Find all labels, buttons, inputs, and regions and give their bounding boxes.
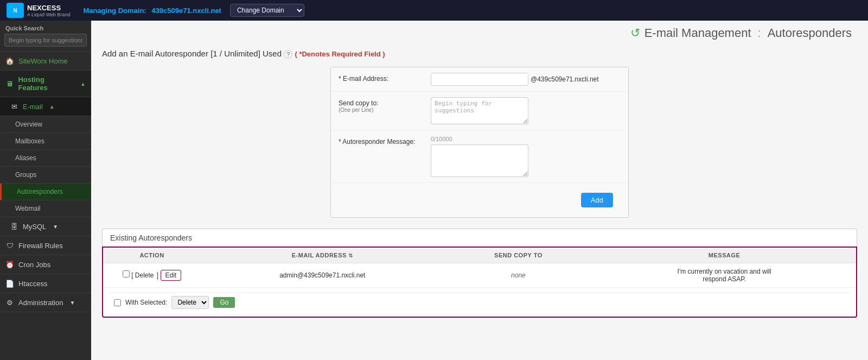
with-selected-label: With Selected: [125,299,167,306]
email-form-row: * E-mail Address: @439c509e71.nxcli.net [331,67,628,92]
chevron-up-icon-email: ▲ [49,104,55,110]
page-title-area: ↺ E-mail Management : Autoresponders [630,26,852,40]
quick-search-label: Quick Search [0,21,91,34]
email-address-input[interactable] [431,73,528,86]
chevron-down-icon-admin: ▼ [69,300,75,306]
hosting-features-label: Hosting Features [18,75,74,92]
action-col-header: ACTION [103,248,201,263]
go-button[interactable]: Go [213,297,235,308]
page-header: ↺ E-mail Management : Autoresponders [102,26,857,40]
add-button-row: Add [331,183,628,217]
message-area: 0/10000 [431,136,528,177]
cron-jobs-label: Cron Jobs [18,261,50,269]
with-selected-select[interactable]: Delete [171,296,209,309]
mysql-label: MySQL [23,223,46,231]
refresh-icon: ↺ [630,26,640,40]
email-col-header: E-MAIL ADDRESS ⇅ [201,248,444,263]
add-button[interactable]: Add [581,193,613,207]
firewall-rules-label: Firewall Rules [18,242,63,250]
mysql-icon: 🗄 [10,222,18,231]
breadcrumb-separator: : [758,26,761,40]
existing-header: Existing Autoresponders [102,229,857,247]
sidebar-item-siteworx-home[interactable]: 🏠 SiteWorx Home [0,52,91,71]
sidebar-item-aliases[interactable]: Aliases [0,150,91,167]
message-field-label: * Autoresponder Message: [339,136,425,146]
sidebar-item-mysql[interactable]: 🗄 MySQL ▼ [0,217,91,236]
cron-icon: ⏰ [5,260,14,269]
existing-table-wrapper: ACTION E-MAIL ADDRESS ⇅ SEND COPY TO MES… [102,247,857,318]
email-cell: admin@439c509e71.nxcli.net [201,263,444,288]
help-link[interactable]: ? [284,50,292,59]
administration-label: Administration [18,299,63,307]
copy-cell: none [444,263,593,288]
required-note: ( *Denotes Required Field ) [295,50,385,58]
logo-text: NEXCESS [27,4,70,12]
sidebar-item-autoresponders[interactable]: Autoresponders [0,184,91,200]
copy-sub-label: (One per Line) [339,107,425,113]
sort-icon[interactable]: ⇅ [348,252,353,258]
sidebar-item-hosting-features[interactable]: 🖥 Hosting Features ▲ [0,71,91,97]
table-header-row: ACTION E-MAIL ADDRESS ⇅ SEND COPY TO MES… [103,248,856,263]
email-icon: ✉ [10,102,18,111]
quick-search-section: Quick Search [0,21,91,52]
copy-col-header: SEND COPY TO [444,248,593,263]
sidebar-item-mailboxes[interactable]: Mailboxes [0,133,91,150]
table-row: [ Delete ] Edit admin@439c509e71.nxcli.n… [103,263,856,288]
domain-name: 439c509e71.nxcli.net [151,7,221,15]
main-layout: Quick Search 🏠 SiteWorx Home 🖥 Hosting F… [0,21,868,360]
delete-button[interactable]: Delete [135,271,154,279]
main-content: ↺ E-mail Management : Autoresponders Add… [91,21,868,360]
add-autoresponder-section: Add an E-mail Autoresponder [1 / Unlimit… [102,49,857,218]
firewall-icon: 🛡 [5,241,14,250]
form-heading: Add an E-mail Autoresponder [1 / Unlimit… [102,49,857,58]
sidebar-item-firewall-rules[interactable]: 🛡 Firewall Rules [0,236,91,255]
logo-area: N NEXCESS A Liquid Web Brand [7,3,70,18]
top-bar: N NEXCESS A Liquid Web Brand Managing Do… [0,0,868,21]
sidebar-item-administration[interactable]: ⚙ Administration ▼ [0,293,91,312]
sidebar-item-groups[interactable]: Groups [0,167,91,184]
htaccess-label: Htaccess [18,280,47,288]
message-col-header: MESSAGE [592,248,856,263]
char-count: 0/10000 [431,136,528,142]
email-input-group: @439c509e71.nxcli.net [431,73,599,86]
row-checkbox[interactable] [123,270,130,277]
copy-textarea[interactable] [431,97,528,124]
copy-form-row: Send copy to: (One per Line) [331,92,628,130]
sidebar-item-overview[interactable]: Overview [0,116,91,133]
managing-domain-label: Managing Domain: 439c509e71.nxcli.net [83,7,221,15]
with-selected-cell: With Selected: Delete Go [103,288,856,317]
email-domain: @439c509e71.nxcli.net [531,75,599,83]
message-cell: I'm currently on vacation and willrespon… [592,263,856,288]
with-selected-row: With Selected: Delete Go [103,288,856,317]
email-field-label: * E-mail Address: [339,73,425,83]
select-all-checkbox[interactable] [114,299,121,306]
page-title: E-mail Management [644,26,751,40]
sidebar-item-webmail[interactable]: Webmail [0,200,91,217]
logo-sub: A Liquid Web Brand [27,12,70,17]
message-textarea[interactable] [431,144,528,177]
htaccess-icon: 📄 [5,279,14,288]
bracket-open: [ [131,271,135,279]
chevron-down-icon-mysql: ▼ [53,224,58,230]
email-label: E-mail [23,103,43,111]
sidebar-item-htaccess[interactable]: 📄 Htaccess [0,274,91,293]
sidebar-item-email[interactable]: ✉ E-mail ▲ [0,97,91,116]
with-selected-controls: With Selected: Delete Go [108,292,851,312]
sidebar-search-input[interactable] [4,34,87,47]
action-cell: [ Delete ] Edit [103,263,201,288]
message-form-row: * Autoresponder Message: 0/10000 [331,130,628,183]
change-domain-select[interactable]: Change Domain [230,4,304,17]
home-icon: 🏠 [5,56,14,65]
existing-autoresponders-section: Existing Autoresponders ACTION E-MAIL AD… [102,229,857,318]
copy-field-label: Send copy to: (One per Line) [339,97,425,113]
page-subtitle: Autoresponders [768,26,852,40]
existing-autoresponders-table: ACTION E-MAIL ADDRESS ⇅ SEND COPY TO MES… [103,248,856,317]
sidebar-item-cron-jobs[interactable]: ⏰ Cron Jobs [0,255,91,274]
edit-button[interactable]: Edit [161,270,182,281]
logo-text-group: NEXCESS A Liquid Web Brand [27,4,70,17]
admin-icon: ⚙ [5,298,14,307]
siteworx-home-label: SiteWorx Home [18,57,68,65]
chevron-up-icon: ▲ [80,81,86,87]
used-count: [1 / Unlimited] Used [210,49,282,58]
bracket-close: ] [157,271,161,279]
